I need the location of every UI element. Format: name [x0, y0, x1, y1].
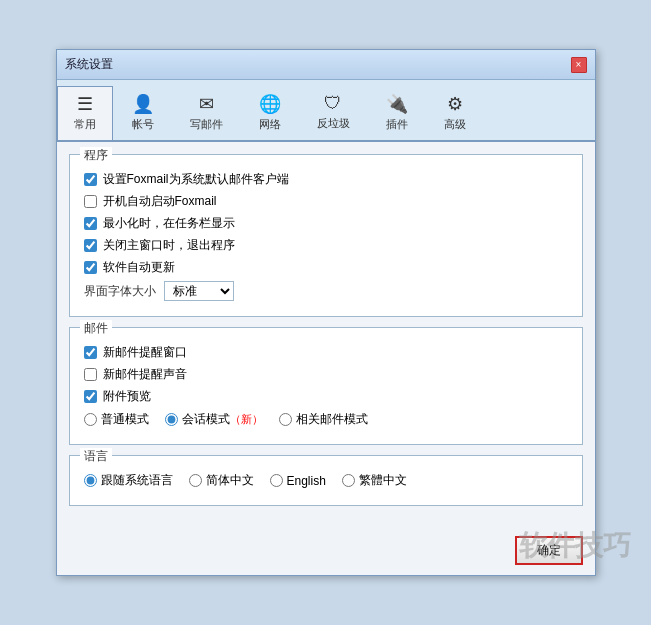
program-section-title: 程序 [80, 147, 112, 164]
footer: 确定 [57, 528, 595, 575]
lang-option-lang3: English [270, 474, 326, 488]
language-section-title: 语言 [80, 448, 112, 465]
lang-option-lang1: 跟随系统语言 [84, 472, 173, 489]
font-size-label: 界面字体大小 [84, 283, 156, 300]
lang-label-lang4: 繁體中文 [359, 472, 407, 489]
checkbox-mc2[interactable] [84, 368, 97, 381]
radio-lang2[interactable] [189, 474, 202, 487]
tab-bar: ☰常用👤帐号✉写邮件🌐网络🛡反垃圾🔌插件⚙高级 [57, 80, 595, 142]
common-tab-label: 常用 [74, 117, 96, 132]
advanced-tab-label: 高级 [444, 117, 466, 132]
label-cb1: 设置Foxmail为系统默认邮件客户端 [103, 171, 289, 188]
antispam-tab-icon: 🛡 [324, 93, 342, 114]
mail-checkboxes: 新邮件提醒窗口新邮件提醒声音附件预览 [84, 344, 568, 405]
label-cb2: 开机自动启动Foxmail [103, 193, 217, 210]
tab-account[interactable]: 👤帐号 [115, 86, 171, 140]
mail-mode-row: 普通模式会话模式（新）相关邮件模式 [84, 411, 568, 428]
mail-mode-mode2: 会话模式（新） [165, 411, 263, 428]
checkbox-row-cb1: 设置Foxmail为系统默认邮件客户端 [84, 171, 568, 188]
checkbox-mc3[interactable] [84, 390, 97, 403]
mail-mode-mode1: 普通模式 [84, 411, 149, 428]
lang-label-lang2: 简体中文 [206, 472, 254, 489]
lang-option-lang4: 繁體中文 [342, 472, 407, 489]
title-bar: 系统设置 × [57, 50, 595, 80]
radio-mode2[interactable] [165, 413, 178, 426]
close-button[interactable]: × [571, 57, 587, 73]
new-badge: （新） [230, 413, 263, 425]
label-cb5: 软件自动更新 [103, 259, 175, 276]
program-section: 程序 设置Foxmail为系统默认邮件客户端开机自动启动Foxmail最小化时，… [69, 154, 583, 317]
checkbox-row-cb2: 开机自动启动Foxmail [84, 193, 568, 210]
mail-section: 邮件 新邮件提醒窗口新邮件提醒声音附件预览 普通模式会话模式（新）相关邮件模式 [69, 327, 583, 445]
mode-label-mode2: 会话模式（新） [182, 411, 263, 428]
font-size-select[interactable]: 标准小大 [164, 281, 234, 301]
account-tab-icon: 👤 [132, 93, 154, 115]
antispam-tab-label: 反垃圾 [317, 116, 350, 131]
checkbox-cb3[interactable] [84, 217, 97, 230]
tab-compose[interactable]: ✉写邮件 [173, 86, 240, 140]
network-tab-label: 网络 [259, 117, 281, 132]
mail-checkbox-row-mc3: 附件预览 [84, 388, 568, 405]
common-tab-icon: ☰ [77, 93, 93, 115]
lang-label-lang1: 跟随系统语言 [101, 472, 173, 489]
lang-label-lang3: English [287, 474, 326, 488]
tab-antispam[interactable]: 🛡反垃圾 [300, 86, 367, 140]
window-title: 系统设置 [65, 56, 113, 73]
checkbox-mc1[interactable] [84, 346, 97, 359]
checkbox-cb5[interactable] [84, 261, 97, 274]
plugin-tab-label: 插件 [386, 117, 408, 132]
checkbox-cb1[interactable] [84, 173, 97, 186]
tab-network[interactable]: 🌐网络 [242, 86, 298, 140]
radio-mode3[interactable] [279, 413, 292, 426]
label-mc1: 新邮件提醒窗口 [103, 344, 187, 361]
mail-section-title: 邮件 [80, 320, 112, 337]
checkbox-row-cb3: 最小化时，在任务栏显示 [84, 215, 568, 232]
ok-button[interactable]: 确定 [515, 536, 583, 565]
label-cb4: 关闭主窗口时，退出程序 [103, 237, 235, 254]
main-window: 系统设置 × ☰常用👤帐号✉写邮件🌐网络🛡反垃圾🔌插件⚙高级 程序 设置Foxm… [56, 49, 596, 576]
tab-common[interactable]: ☰常用 [57, 86, 113, 140]
lang-option-lang2: 简体中文 [189, 472, 254, 489]
checkbox-cb2[interactable] [84, 195, 97, 208]
font-size-row: 界面字体大小 标准小大 [84, 281, 568, 301]
settings-content: 程序 设置Foxmail为系统默认邮件客户端开机自动启动Foxmail最小化时，… [57, 142, 595, 528]
mail-mode-mode3: 相关邮件模式 [279, 411, 368, 428]
language-options: 跟随系统语言简体中文English繁體中文 [84, 472, 568, 489]
tab-plugin[interactable]: 🔌插件 [369, 86, 425, 140]
checkbox-row-cb5: 软件自动更新 [84, 259, 568, 276]
label-cb3: 最小化时，在任务栏显示 [103, 215, 235, 232]
account-tab-label: 帐号 [132, 117, 154, 132]
label-mc3: 附件预览 [103, 388, 151, 405]
radio-mode1[interactable] [84, 413, 97, 426]
compose-tab-icon: ✉ [199, 93, 214, 115]
mode-label-mode3: 相关邮件模式 [296, 411, 368, 428]
label-mc2: 新邮件提醒声音 [103, 366, 187, 383]
checkbox-row-cb4: 关闭主窗口时，退出程序 [84, 237, 568, 254]
advanced-tab-icon: ⚙ [447, 93, 463, 115]
mail-checkbox-row-mc2: 新邮件提醒声音 [84, 366, 568, 383]
network-tab-icon: 🌐 [259, 93, 281, 115]
radio-lang3[interactable] [270, 474, 283, 487]
language-section: 语言 跟随系统语言简体中文English繁體中文 [69, 455, 583, 506]
mail-checkbox-row-mc1: 新邮件提醒窗口 [84, 344, 568, 361]
tab-advanced[interactable]: ⚙高级 [427, 86, 483, 140]
program-checkboxes: 设置Foxmail为系统默认邮件客户端开机自动启动Foxmail最小化时，在任务… [84, 171, 568, 276]
radio-lang4[interactable] [342, 474, 355, 487]
mode-label-mode1: 普通模式 [101, 411, 149, 428]
radio-lang1[interactable] [84, 474, 97, 487]
compose-tab-label: 写邮件 [190, 117, 223, 132]
checkbox-cb4[interactable] [84, 239, 97, 252]
plugin-tab-icon: 🔌 [386, 93, 408, 115]
